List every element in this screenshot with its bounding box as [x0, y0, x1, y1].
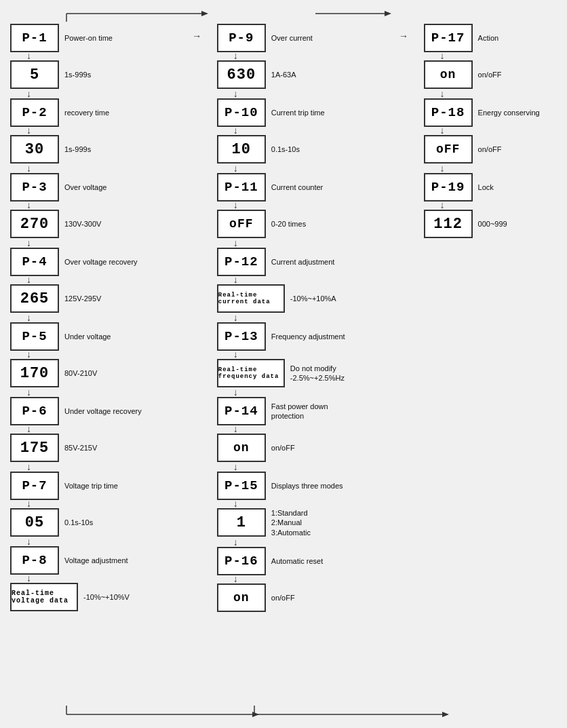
param-name-p9: P-9	[217, 24, 266, 52]
param-label-p18: Energy conserving	[478, 108, 540, 117]
param-value-p1: 5	[10, 60, 59, 89]
param-group-p6: P-6 Under voltage recovery ↓ 175 85V-215…	[10, 397, 142, 462]
param-name-p1: P-1	[10, 24, 59, 52]
param-group-p7: P-7 Voltage trip time ↓ 05 0.1s-10s	[10, 472, 118, 537]
param-label-p9: Over current	[271, 33, 313, 43]
param-value-p11: oFF	[217, 210, 266, 238]
param-group-p1: P-1 Power-on time ↓ 5 1s-999s	[10, 24, 113, 89]
param-label-p19: Lock	[478, 183, 494, 192]
param-range-p15: 1:Standard 2:Manual 3:Automatic	[271, 508, 311, 537]
param-range-p13: Do not modify -2.5%~+2.5%Hz	[290, 364, 345, 383]
param-name-p8: P-8	[10, 546, 59, 575]
svg-marker-8	[252, 712, 259, 717]
param-name-p13: P-13	[217, 322, 266, 351]
param-label-p15: Displays three modes	[271, 481, 343, 491]
param-range-p11: 0-20 times	[271, 219, 306, 229]
param-range-p12: -10%~+10%A	[290, 294, 336, 303]
param-label-p4: Over voltage recovery	[64, 257, 138, 267]
param-value-p9: 630	[217, 60, 266, 89]
param-value-p16: on	[217, 583, 266, 612]
param-label-p10: Current trip time	[271, 108, 325, 117]
param-name-p7: P-7	[10, 472, 59, 500]
param-label-p2: recovery time	[64, 108, 109, 117]
param-range-p7: 0.1s-10s	[64, 518, 93, 527]
param-range-p18: on/oFF	[478, 145, 502, 154]
param-name-p2: P-2	[10, 98, 59, 127]
param-name-p10: P-10	[217, 98, 266, 127]
svg-marker-11	[442, 712, 449, 717]
param-label-p8: Voltage adjustment	[64, 556, 128, 565]
param-label-p12: Current adjustment	[271, 257, 335, 267]
param-label-p7: Voltage trip time	[64, 481, 118, 491]
column-2: P-9 Over current ↓ 630 1A-63A ↓ P-10 Cur…	[217, 24, 384, 613]
param-value-p3: 270	[10, 210, 59, 238]
param-range-p17: on/oFF	[478, 70, 502, 79]
param-group-p2: P-2 recovery time ↓ 30 1s-999s	[10, 98, 109, 164]
param-value-p6: 175	[10, 434, 59, 462]
param-value-p10: 10	[217, 135, 266, 164]
param-name-p5: P-5	[10, 322, 59, 351]
param-name-p14: P-14	[217, 397, 266, 425]
param-value-p19: 112	[424, 210, 473, 238]
param-name-p6: P-6	[10, 397, 59, 425]
param-name-p15: P-15	[217, 472, 266, 500]
param-group-p3: P-3 Over voltage ↓ 270 130V-300V	[10, 173, 106, 238]
param-label-p5: Under voltage	[64, 332, 111, 341]
param-group-p9: P-9 Over current ↓ 630 1A-63A	[217, 24, 313, 89]
param-range-p8: -10%~+10%V	[83, 592, 130, 602]
param-name-p16: P-16	[217, 547, 266, 575]
param-name-p3: P-3	[10, 173, 59, 202]
param-range-p19: 000~999	[478, 219, 507, 229]
param-group-p5: P-5 Under voltage ↓ 170 80V-210V	[10, 322, 111, 387]
param-value-p15: 1	[217, 508, 266, 537]
param-name-p4: P-4	[10, 248, 59, 276]
param-group-p17: P-17 Action ↓ on on/oFF	[424, 24, 502, 89]
param-value-p2: 30	[10, 135, 59, 164]
param-name-p11: P-11	[217, 173, 266, 202]
param-range-p1: 1s-999s	[64, 70, 91, 79]
param-range-p6: 85V-215V	[64, 443, 97, 453]
param-name-p17: P-17	[424, 24, 473, 52]
param-range-p4: 125V-295V	[64, 294, 101, 303]
param-group-p12: P-12 Current adjustment ↓ Real-time curr…	[217, 248, 336, 313]
param-group-p14: P-14 Fast power down protection ↓ on on/…	[217, 397, 353, 462]
param-value-p7: 05	[10, 508, 59, 537]
column-1: P-1 Power-on time ↓ 5 1s-999s ↓ P-2 reco…	[10, 24, 177, 613]
param-group-p13: P-13 Frequency adjustment ↓ Real-time fr…	[217, 322, 345, 387]
param-label-p13: Frequency adjustment	[271, 332, 345, 341]
param-name-p18: P-18	[424, 98, 473, 127]
param-range-p5: 80V-210V	[64, 368, 97, 378]
param-group-p11: P-11 Current counter ↓ oFF 0-20 times	[217, 173, 323, 238]
param-value-p8: Real-time voltage data	[10, 583, 78, 611]
param-label-p14: Fast power down protection	[271, 402, 353, 421]
param-group-p19: P-19 Lock ↓ 112 000~999	[424, 173, 507, 238]
param-value-p4: 265	[10, 284, 59, 313]
param-range-p10: 0.1s-10s	[271, 145, 300, 154]
param-value-p14: on	[217, 434, 266, 462]
param-group-p4: P-4 Over voltage recovery ↓ 265 125V-295…	[10, 248, 138, 313]
param-value-p13: Real-time frequency data	[217, 359, 285, 387]
param-group-p15: P-15 Displays three modes ↓ 1 1:Standard…	[217, 472, 343, 537]
param-value-p18: oFF	[424, 135, 473, 164]
param-range-p9: 1A-63A	[271, 70, 296, 79]
param-name-p12: P-12	[217, 248, 266, 276]
param-label-p1: Power-on time	[64, 33, 113, 43]
param-group-p18: P-18 Energy conserving ↓ oFF on/oFF	[424, 98, 540, 164]
param-value-p5: 170	[10, 359, 59, 387]
arrow-down-p1: ↓	[10, 52, 113, 60]
param-group-p16: P-16 Automatic reset ↓ on on/oFF	[217, 547, 323, 612]
param-range-p14: on/oFF	[271, 443, 295, 453]
param-range-p2: 1s-999s	[64, 145, 91, 154]
param-name-p19: P-19	[424, 173, 473, 202]
param-label-p3: Over voltage	[64, 183, 106, 192]
param-value-p17: on	[424, 60, 473, 89]
param-value-p12: Real-time current data	[217, 284, 285, 313]
param-range-p3: 130V-300V	[64, 219, 101, 229]
param-group-p8: P-8 Voltage adjustment ↓ Real-time volta…	[10, 546, 130, 611]
param-label-p11: Current counter	[271, 183, 323, 192]
param-range-p16: on/oFF	[271, 593, 295, 602]
column-3: P-17 Action ↓ on on/oFF ↓ P-18 Energy co…	[424, 24, 557, 613]
param-label-p16: Automatic reset	[271, 556, 323, 566]
param-label-p17: Action	[478, 33, 499, 43]
param-group-p10: P-10 Current trip time ↓ 10 0.1s-10s	[217, 98, 325, 164]
